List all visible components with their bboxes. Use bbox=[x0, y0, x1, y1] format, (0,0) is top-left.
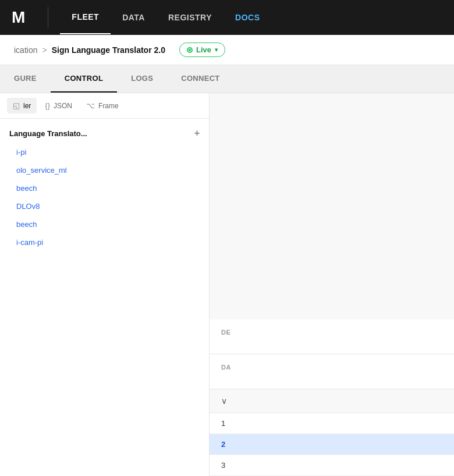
chevron-icon: ∨ bbox=[221, 396, 227, 406]
add-child-icon[interactable]: + bbox=[194, 128, 200, 138]
tree-child-4-label: beech bbox=[16, 220, 37, 229]
main-content: ◱ ler {} JSON ⌥ Frame Language Translato… bbox=[0, 93, 454, 476]
chevron-row[interactable]: ∨ bbox=[210, 389, 454, 413]
tree-child-2[interactable]: beech bbox=[0, 179, 209, 197]
breadcrumb-current: Sign Language Translator 2.0 bbox=[52, 45, 165, 55]
tree-child-0-label: i-pi bbox=[16, 148, 26, 157]
nav-divider bbox=[48, 7, 48, 28]
tab-connect[interactable]: CONNECT bbox=[167, 65, 233, 93]
json-icon: {} bbox=[45, 101, 50, 110]
nav-items: FLEET DATA REGISTRY DOCS bbox=[60, 1, 271, 34]
live-label: Live bbox=[196, 45, 211, 54]
sub-tab-frame[interactable]: ⌥ Frame bbox=[80, 98, 125, 113]
tree-child-2-label: beech bbox=[16, 184, 37, 193]
number-item-1[interactable]: 2 bbox=[210, 434, 454, 455]
tree-list: Language Translato... + i-pi olo_service… bbox=[0, 119, 209, 476]
detail-section-1: De bbox=[210, 319, 454, 354]
chevron-down-icon: ▾ bbox=[215, 47, 218, 53]
tab-bar: GURE CONTROL LOGS CONNECT bbox=[0, 65, 454, 93]
breadcrumb-parent: ication bbox=[14, 45, 37, 55]
sub-tab-builder[interactable]: ◱ ler bbox=[7, 98, 37, 113]
nav-item-docs[interactable]: DOCS bbox=[224, 1, 271, 34]
number-list: 1 2 3 bbox=[210, 413, 454, 476]
right-panel-inner: De Da ∨ 1 2 3 bbox=[210, 93, 454, 476]
tree-child-0[interactable]: i-pi bbox=[0, 143, 209, 161]
detail-section-1-label: De bbox=[221, 329, 442, 336]
live-badge[interactable]: Live ▾ bbox=[179, 42, 225, 57]
tree-child-3[interactable]: DLOv8 bbox=[0, 197, 209, 215]
sub-tab-json[interactable]: {} JSON bbox=[39, 98, 78, 113]
top-nav: M FLEET DATA REGISTRY DOCS bbox=[0, 0, 454, 35]
number-item-0[interactable]: 1 bbox=[210, 413, 454, 434]
builder-icon: ◱ bbox=[13, 101, 20, 110]
sub-tab-frame-label: Frame bbox=[98, 102, 119, 110]
logo: M bbox=[12, 8, 24, 27]
nav-item-registry[interactable]: REGISTRY bbox=[157, 1, 224, 34]
nav-item-fleet[interactable]: FLEET bbox=[60, 1, 111, 34]
sub-tab-bar: ◱ ler {} JSON ⌥ Frame bbox=[0, 93, 209, 119]
sub-tab-builder-label: ler bbox=[23, 102, 31, 110]
tree-child-5[interactable]: i-cam-pi bbox=[0, 233, 209, 251]
right-panel: De Da ∨ 1 2 3 bbox=[210, 93, 454, 476]
tree-parent-label: Language Translato... bbox=[9, 129, 87, 138]
sub-tab-json-label: JSON bbox=[54, 102, 72, 110]
tab-logs[interactable]: LOGS bbox=[117, 65, 167, 93]
right-empty-area bbox=[210, 93, 454, 319]
breadcrumb-bar: ication > Sign Language Translator 2.0 L… bbox=[0, 35, 454, 65]
breadcrumb-separator: > bbox=[42, 45, 47, 55]
tree-parent[interactable]: Language Translato... + bbox=[0, 123, 209, 143]
tree-child-3-label: DLOv8 bbox=[16, 202, 40, 211]
nav-item-data[interactable]: DATA bbox=[111, 1, 157, 34]
detail-section-2-label: Da bbox=[221, 364, 442, 371]
logo-area: M bbox=[12, 8, 36, 27]
tree-child-1[interactable]: olo_service_ml bbox=[0, 161, 209, 179]
number-item-2[interactable]: 3 bbox=[210, 455, 454, 476]
tree-child-5-label: i-cam-pi bbox=[16, 238, 43, 247]
tree-child-1-label: olo_service_ml bbox=[16, 166, 67, 175]
detail-section-2: Da bbox=[210, 354, 454, 389]
tab-control[interactable]: CONTROL bbox=[51, 65, 117, 93]
tab-configure[interactable]: GURE bbox=[0, 65, 51, 93]
left-panel: ◱ ler {} JSON ⌥ Frame Language Translato… bbox=[0, 93, 210, 476]
frame-icon: ⌥ bbox=[86, 101, 95, 110]
live-dot-icon bbox=[187, 47, 193, 53]
tree-child-4[interactable]: beech bbox=[0, 215, 209, 233]
